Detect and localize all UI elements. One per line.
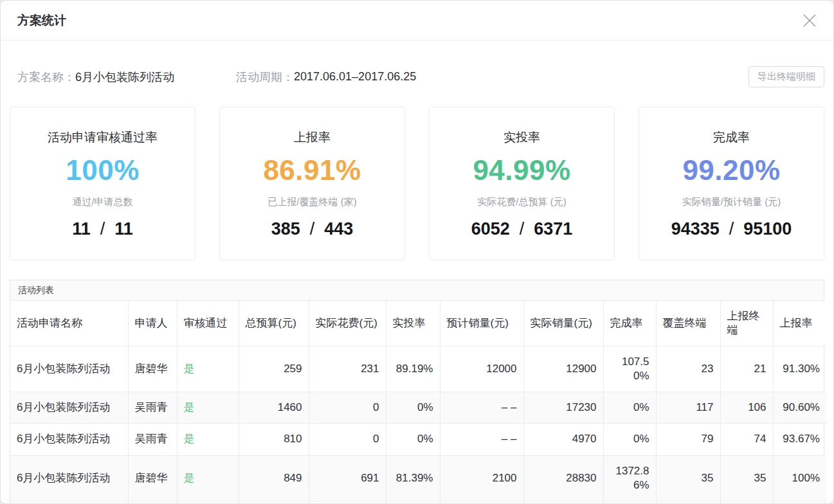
table-cell: – – <box>440 424 523 455</box>
plan-name-value: 6月小包装陈列活动 <box>75 69 174 85</box>
table-cell: 是 <box>177 501 239 504</box>
plan-statistics-dialog: 方案统计 方案名称： 6月小包装陈列活动 活动周期： 2017.06.01–20… <box>0 0 834 504</box>
fraction-denominator: 11 <box>114 219 133 239</box>
table-cell: 90.60% <box>773 392 826 424</box>
table-cell: 2100 <box>440 455 523 501</box>
fraction-numerator: 94335 <box>671 219 720 239</box>
column-header: 上报终端 <box>720 301 773 346</box>
table-header-row: 活动申请名称申请人审核通过总预算(元)实际花费(元)实投率预计销量(元)实际销量… <box>10 301 826 346</box>
table-cell: 110 <box>309 501 386 504</box>
stat-card: 实投率 94.99% 实际花费/总预算 (元) 6052/6371 <box>429 107 615 260</box>
table-cell: 12900 <box>523 346 603 392</box>
table-cell: 0% <box>603 501 656 504</box>
table-cell: 81.39% <box>386 455 440 501</box>
close-icon[interactable] <box>801 12 818 29</box>
table-cell: 是 <box>177 392 239 424</box>
table-cell: 691 <box>309 455 386 501</box>
table-cell: 79 <box>656 424 720 455</box>
fraction-separator: / <box>729 219 734 239</box>
table-cell: 0 <box>309 424 386 455</box>
table-cell: 50% <box>773 501 826 504</box>
table-cell: 93.67% <box>773 424 826 455</box>
column-header: 审核通过 <box>177 301 239 346</box>
table-cell: 0% <box>386 424 440 455</box>
table-cell: 21 <box>720 346 773 392</box>
stat-card-sublabel: 实际销量/预计销量 (元) <box>643 196 820 208</box>
approved-flag: 是 <box>184 472 195 484</box>
column-header: 上报率 <box>773 301 826 346</box>
stat-card: 完成率 99.20% 实际销量/预计销量 (元) 94335/95100 <box>639 107 824 260</box>
table-cell: 6月小包装陈列活动 <box>10 424 128 455</box>
stat-card-sublabel: 通过/申请总数 <box>14 196 191 208</box>
stat-card-value: 99.20% <box>643 154 820 186</box>
period-value: 2017.06.01–2017.06.25 <box>294 70 416 84</box>
fraction-separator: / <box>520 219 525 239</box>
column-header: 实际花费(元) <box>309 301 386 346</box>
table-cell: 吴雨青 <box>128 392 177 424</box>
table-cell: 107.50% <box>603 346 656 392</box>
table-cell: 0% <box>386 392 440 424</box>
column-header: 实投率 <box>386 301 440 346</box>
table-cell: 74 <box>720 424 773 455</box>
table-cell: 117 <box>656 392 720 424</box>
table-cell: 10 <box>720 501 773 504</box>
stat-cards: 活动申请审核通过率 100% 通过/申请总数 11/11 上报率 86.91% … <box>10 107 824 260</box>
table-cell: 是 <box>177 455 239 501</box>
table-cell: 17230 <box>523 392 603 424</box>
table-cell: 唐碧华 <box>128 346 177 392</box>
table-cell: 0 <box>523 501 603 504</box>
table-cell: 12000 <box>440 346 523 392</box>
table-cell: 是 <box>177 346 239 392</box>
approved-flag: 是 <box>184 363 195 375</box>
fraction-separator: / <box>310 219 315 239</box>
export-terminal-details-button[interactable]: 导出终端明细 <box>748 66 824 87</box>
table-cell: 231 <box>309 346 386 392</box>
table-section-title: 活动列表 <box>10 280 824 301</box>
stat-card-value: 94.99% <box>433 154 610 186</box>
stat-card: 上报率 86.91% 已上报/覆盖终端 (家) 385/443 <box>219 107 405 260</box>
table-cell: 23 <box>656 346 720 392</box>
table-cell: 91.30% <box>773 346 826 392</box>
table-row: 6月小包装陈列活动唐碧华是45011024.44%1000000%201050% <box>10 501 826 504</box>
column-header: 活动申请名称 <box>10 301 128 346</box>
fraction-denominator: 6371 <box>534 219 572 239</box>
fraction-separator: / <box>100 219 105 239</box>
table-cell: 24.44% <box>386 501 440 504</box>
activity-table-section: 活动列表 活动申请名称申请人审核通过总预算(元)实际花费(元)实投率预计销量(元… <box>10 280 824 504</box>
table-cell: 是 <box>177 424 239 455</box>
stat-card-fraction: 94335/95100 <box>643 219 820 239</box>
stat-card-title: 实投率 <box>433 129 610 146</box>
table-row: 6月小包装陈列活动吴雨青是146000%– –172300%11710690.6… <box>10 392 826 424</box>
approved-flag: 是 <box>184 401 195 413</box>
table-cell: 35 <box>656 455 720 501</box>
dialog-title: 方案统计 <box>17 12 66 29</box>
table-cell: 89.19% <box>386 346 440 392</box>
column-header: 申请人 <box>128 301 177 346</box>
activity-table: 活动申请名称申请人审核通过总预算(元)实际花费(元)实投率预计销量(元)实际销量… <box>10 301 826 504</box>
column-header: 覆盖终端 <box>656 301 720 346</box>
column-header: 完成率 <box>603 301 656 346</box>
stat-card-title: 完成率 <box>643 129 820 146</box>
fraction-denominator: 443 <box>324 219 353 239</box>
table-cell: 6月小包装陈列活动 <box>10 501 128 504</box>
table-cell: 35 <box>720 455 773 501</box>
table-cell: 吴雨青 <box>128 424 177 455</box>
table-cell: 100% <box>773 455 826 501</box>
dialog-header: 方案统计 <box>1 1 833 40</box>
fraction-denominator: 95100 <box>743 219 792 239</box>
table-row: 6月小包装陈列活动吴雨青是81000%– –49700%797493.67% <box>10 424 826 455</box>
fraction-numerator: 11 <box>72 219 91 239</box>
column-header: 总预算(元) <box>239 301 309 346</box>
stat-card-title: 活动申请审核通过率 <box>14 129 191 146</box>
stat-card-sublabel: 实际花费/总预算 (元) <box>433 196 610 208</box>
table-cell: 0% <box>603 424 656 455</box>
table-cell: 1460 <box>239 392 309 424</box>
period-label: 活动周期： <box>236 69 294 85</box>
table-cell: 唐碧华 <box>128 501 177 504</box>
plan-info-row: 方案名称： 6月小包装陈列活动 活动周期： 2017.06.01–2017.06… <box>10 66 824 87</box>
table-cell: 0% <box>603 392 656 424</box>
table-cell: 6月小包装陈列活动 <box>10 392 128 424</box>
column-header: 实际销量(元) <box>523 301 603 346</box>
table-cell: 28830 <box>523 455 603 501</box>
stat-card: 活动申请审核通过率 100% 通过/申请总数 11/11 <box>10 107 195 260</box>
